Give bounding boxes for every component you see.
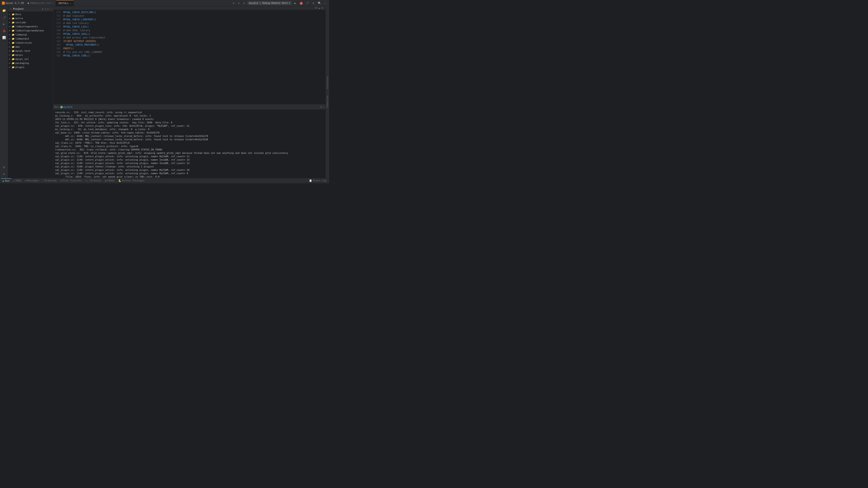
toolbar-search-btn[interactable]: 🔍 [317,1,322,5]
tree-item-mysqltest[interactable]: ▶ 📁 mysql-test [8,49,53,53]
output-line: sql_class.h: 3445: THD::is_classic_proto… [55,144,324,148]
bottom-tab-eventlog[interactable]: 📋 Event Log [307,178,328,183]
activity-project[interactable]: 📁 [1,7,7,13]
run-config-label: mysqld | Debug-Remote Host [249,2,288,4]
messages-icon: ✉ [25,179,26,182]
output-line: mdl.cc: 4448: MDL_context::release_locks… [55,134,324,138]
tree-label: libmysqld [16,37,29,40]
tree-arrow: ▶ [9,46,11,48]
terminal-icon: >_ [86,179,89,182]
bottom-tab-todo[interactable]: ☑ TODO [11,178,23,183]
sidebar-icon4[interactable]: − [50,8,51,10]
sidebar-icon3[interactable]: ⊕ [47,8,49,10]
run-config-dropdown[interactable]: ▾ [289,2,290,4]
code-line: 576 # Add libevent [53,14,326,18]
toolbar-coverage-btn[interactable]: ⊞ [312,1,315,5]
folder-icon: 📁 [12,62,14,64]
tree-item-include[interactable]: ▶ 📁 include [8,20,53,24]
tree-label: libmysql [16,33,27,36]
favorites-label[interactable]: Favorites [326,96,329,108]
bottom-tab-filetransfer-label: File Transfer [63,179,82,182]
code-editor[interactable]: 575 MYSQL_CHECK_EDITLINE() 576 # Add lib… [53,10,326,104]
panel-gear-icon[interactable]: ⚙ [320,105,322,108]
sidebar-project-label: ▾ Project [10,7,24,10]
tree-arrow: ▶ [9,25,11,28]
output-line: mi_locking.c: 91: mi_lock_database: info… [55,128,324,131]
run-config[interactable]: mysqld | Debug-Remote Host ▾ [248,1,291,5]
tree-item-mysysssl[interactable]: ▶ 📁 mysys_ssl [8,57,53,61]
activity-settings[interactable]: ⚙ [1,171,7,177]
bottom-tab-filetransfer[interactable]: ⇄ File Transfer [59,178,84,183]
output-line: sql_plugin.cc: 1149: intern_plugin_unloc… [55,155,324,158]
toolbar-build-btn[interactable]: ▶ [293,1,297,5]
tree-label: plugin [16,66,24,69]
main-layout: 📁 ⎇ ▶ 🐞 📊 ⊞ ⚙ ▾ Project ⊞ ≡ ⊕ − ▶ 📁 [0,6,329,178]
activity-terminal[interactable]: ⊞ [1,164,7,170]
bottom-tab-terminal-label: Terminal [89,179,101,182]
bottom-tab-cmake-label: CMake [107,179,115,182]
sidebar-icon1[interactable]: ⊞ [42,8,43,10]
folder-icon: 📁 [12,58,14,60]
activity-debug[interactable]: 🐞 [1,28,7,34]
tab-install-close[interactable]: × [70,2,71,4]
right-side-panel: Structure Favorites [326,6,329,178]
bottom-tab-messages[interactable]: ✉ Messages [23,178,41,183]
status-bar: Build finished in 2 sec, 176 ms (27 minu… [0,183,329,184]
tree-arrow: ▶ [9,33,11,36]
sidebar: ▾ Project ⊞ ≡ ⊕ − ▶ 📁 Docs ▶ 📁 extra [8,6,53,178]
tree-item-docs[interactable]: ▶ 📁 Docs [8,12,53,16]
tree-item-libservices[interactable]: ▶ 📁 libservices [8,41,53,45]
activity-vcs[interactable]: ⎇ [1,14,7,20]
tree-item-libmysqld[interactable]: ▶ 📁 libmysqld [8,37,53,41]
output-area[interactable]: records.cc: 319: init_read_record: info:… [53,110,326,178]
toolbar-profile-btn[interactable]: ⏱ [305,1,310,5]
editor-tab-bar: ◆ CMakeLists.txt × INSTALL × [25,0,230,6]
code-line: 584 MYSQL_CHECK_PROTOBUF() [53,43,326,46]
panel-minimize-icon[interactable]: − [323,105,324,108]
toolbar-extra-btn[interactable]: ⋯ [324,1,327,5]
tree-item-mysys[interactable]: ▶ 📁 mysys [8,53,53,57]
folder-icon: 📁 [12,17,14,20]
tree-label: libbinlogevents [16,25,38,28]
bottom-tab-python[interactable]: 🐍 Python Packages [116,178,146,183]
sidebar-project-arrow[interactable]: ▾ [10,8,11,10]
tab-cmake[interactable]: ◆ CMakeLists.txt × [25,0,56,6]
tree-item-libbinlogstandalone[interactable]: ▶ 📁 libbinlogstandalone [8,29,53,33]
output-line: mi_locking.c: 450: _mi_writeinfo: info: … [55,114,324,118]
tree-label: libbinlogstandalone [16,29,44,32]
editor-scrollbar-bar: 70 ▲ ▼ [53,6,326,10]
tree-arrow: ▶ [9,17,11,20]
sidebar-icon2[interactable]: ≡ [44,8,46,10]
toolbar-bookmark-btn[interactable]: ⊕ [232,1,235,5]
toolbar-debug-btn[interactable]: ⬤ [299,1,304,5]
bottom-tab-problems[interactable]: ⚠ Problems [41,178,59,183]
structure-label[interactable]: Structure [326,76,329,89]
tree-arrow: ▶ [9,29,11,32]
tree-item-libmysql[interactable]: ▶ 📁 libmysql [8,33,53,37]
bottom-tab-terminal[interactable]: >_ Terminal [84,178,103,183]
toolbar-list-btn[interactable]: ≡ [237,1,241,5]
bottom-tab-todo-label: TODO [16,179,22,182]
cmake-icon: ◆ [105,179,106,182]
output-line: transaction.cc: 362: trans_rollback: inf… [55,148,324,151]
tree-item-man[interactable]: ▶ 📁 man [8,45,53,49]
tree-item-packaging[interactable]: ▶ 📁 packaging [8,61,53,65]
bottom-tab-run[interactable]: ▶ Run [1,178,11,183]
tree-item-extra[interactable]: ▶ 📁 extra [8,16,53,20]
bottom-tab-cmake[interactable]: ◆ CMake [103,178,116,183]
tree-item-libbinlogevents[interactable]: ▶ 📁 libbinlogevents [8,24,53,29]
bottom-tab-eventlog-label: Event Log [313,179,327,182]
tree-item-plugin[interactable]: ▶ 📁 plugin [8,65,53,69]
tree-label: extra [16,17,23,20]
tree-label: man [16,45,20,48]
toolbar-settings-btn[interactable]: ⚙ [242,1,246,5]
tree-label: mysys [16,54,23,57]
activity-profiler[interactable]: 📊 [1,34,7,41]
tab-install[interactable]: INSTALL × [56,0,74,6]
run-name-tab[interactable]: ⬤ mysqld [60,105,72,108]
tab-cmake-close[interactable]: × [52,2,53,4]
activity-run[interactable]: ▶ [1,21,7,27]
output-line: sql_plugin.cc: 1149: intern_plugin_unloc… [55,158,324,162]
tree-label: packaging [16,62,29,65]
filetransfer-icon: ⇄ [60,179,62,182]
